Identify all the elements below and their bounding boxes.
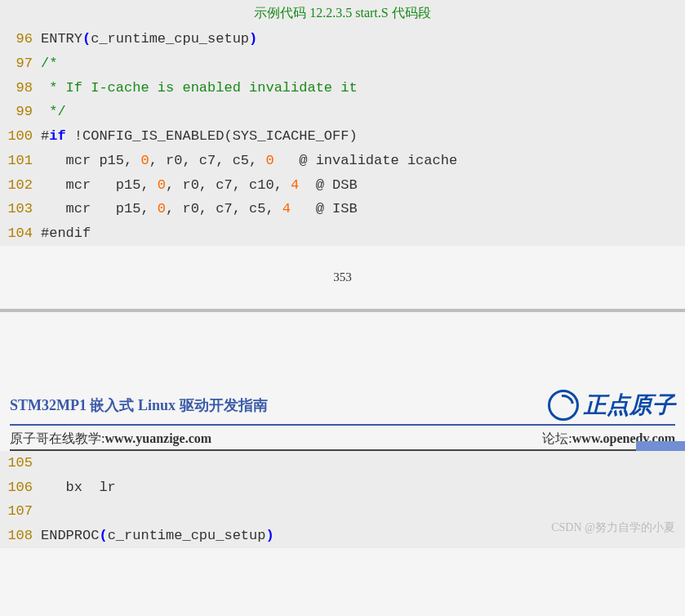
links-row: 原子哥在线教学:www.yuanzige.com 论坛:www.openedv.… [10, 426, 675, 451]
code-line: 105 [0, 451, 685, 475]
line-number: 106 [7, 475, 33, 500]
code-listing-1: 96ENTRY(c_runtime_cpu_setup)97/*98 * If … [0, 27, 685, 246]
code-content: #if !CONFIG_IS_ENABLED(SYS_ICACHE_OFF) [41, 124, 358, 149]
code-content: mcr p15, 0, r0, c7, c5, 0 @ invalidate i… [41, 149, 465, 173]
code-caption: 示例代码 12.2.3.5 start.S 代码段 [0, 0, 685, 27]
line-number: 100 [7, 124, 33, 149]
code-content: #endif [41, 221, 91, 246]
doc-title: STM32MP1 嵌入式 Linux 驱动开发指南 [10, 395, 268, 415]
code-line: 101 mcr p15, 0, r0, c7, c5, 0 @ invalida… [0, 149, 685, 173]
link-left-url: www.yuanzige.com [105, 431, 211, 445]
line-number: 107 [7, 499, 33, 524]
code-block-bottom: 105 106 bx lr 107 108ENDPROC(c_runtime_c… [0, 451, 685, 548]
code-content: ENDPROC(c_runtime_cpu_setup) [41, 524, 274, 548]
code-content [41, 451, 49, 475]
code-content: ENTRY(c_runtime_cpu_setup) [41, 27, 257, 51]
title-row: STM32MP1 嵌入式 Linux 驱动开发指南 正点原子 [10, 390, 675, 426]
page-header: STM32MP1 嵌入式 Linux 驱动开发指南 正点原子 原子哥在线教学:w… [0, 312, 685, 451]
decoration-box [636, 441, 685, 451]
link-left: 原子哥在线教学:www.yuanzige.com [10, 431, 211, 448]
code-content [41, 499, 49, 524]
code-content: * If I-cache is enabled invalidate it [41, 76, 358, 100]
line-number: 98 [7, 76, 33, 100]
page-number: 353 [0, 246, 685, 309]
watermark: CSDN @努力自学的小夏 [551, 520, 675, 535]
line-number: 101 [7, 149, 33, 173]
brand-name: 正点原子 [584, 390, 675, 421]
line-number: 103 [7, 197, 33, 221]
code-content: */ [41, 100, 66, 124]
code-line: 103 mcr p15, 0, r0, c7, c5, 4 @ ISB [0, 197, 685, 221]
line-number: 102 [7, 173, 33, 198]
code-line: 98 * If I-cache is enabled invalidate it [0, 76, 685, 100]
code-content: /* [41, 51, 57, 76]
code-line: 97/* [0, 51, 685, 76]
line-number: 104 [7, 221, 33, 246]
code-content: bx lr [41, 475, 124, 500]
code-line: 96ENTRY(c_runtime_cpu_setup) [0, 27, 685, 51]
code-content: mcr p15, 0, r0, c7, c10, 4 @ DSB [41, 173, 366, 198]
line-number: 97 [7, 51, 33, 76]
line-number: 105 [7, 451, 33, 475]
brand-logo-icon [548, 390, 579, 421]
link-left-label: 原子哥在线教学: [10, 431, 105, 445]
link-right-label: 论坛: [542, 431, 572, 445]
code-line: 106 bx lr [0, 475, 685, 500]
code-line: 102 mcr p15, 0, r0, c7, c10, 4 @ DSB [0, 173, 685, 198]
line-number: 99 [7, 100, 33, 124]
brand-logo: 正点原子 [548, 390, 675, 421]
line-number: 96 [7, 27, 33, 51]
code-content: mcr p15, 0, r0, c7, c5, 4 @ ISB [41, 197, 366, 221]
line-number: 108 [7, 524, 33, 548]
code-line: 104#endif [0, 221, 685, 246]
code-block-top: 示例代码 12.2.3.5 start.S 代码段 96ENTRY(c_runt… [0, 0, 685, 246]
code-line: 99 */ [0, 100, 685, 124]
code-line: 100#if !CONFIG_IS_ENABLED(SYS_ICACHE_OFF… [0, 124, 685, 149]
